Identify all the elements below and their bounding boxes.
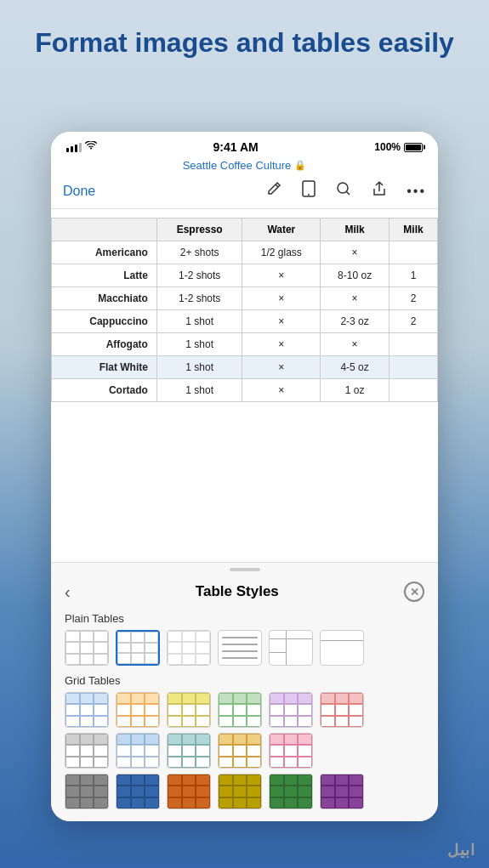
row-milk2-affogato bbox=[389, 333, 437, 356]
row-name-latte: Latte bbox=[52, 264, 157, 287]
status-bar: 9:41 AM 100% bbox=[51, 132, 438, 157]
row-name-cortado: Cortado bbox=[52, 379, 157, 402]
document-title[interactable]: Seattle Coffee Culture 🔒 bbox=[183, 159, 307, 172]
row-milk2-flat-white bbox=[389, 356, 437, 379]
row-milk2-cappuccino: 2 bbox=[389, 310, 437, 333]
row-water-latte: × bbox=[242, 264, 321, 287]
signal-icon bbox=[66, 143, 82, 152]
table-row: Flat White 1 shot × 4-5 oz bbox=[52, 356, 438, 379]
table-row: Cortado 1 shot × 1 oz bbox=[52, 379, 438, 402]
wifi-icon bbox=[85, 141, 97, 153]
table-area: Espresso Water Milk Milk Americano 2+ sh… bbox=[51, 209, 438, 562]
style-swatch-grid-red[interactable] bbox=[320, 692, 364, 728]
phone-view-icon[interactable] bbox=[301, 180, 316, 201]
style-swatch-grid-gold[interactable] bbox=[218, 733, 262, 769]
style-swatch-dark-green[interactable] bbox=[269, 774, 313, 809]
grid-tables-label: Grid Tables bbox=[51, 671, 438, 692]
panel-title: Table Styles bbox=[196, 583, 279, 600]
search-icon[interactable] bbox=[335, 180, 352, 201]
row-milk2-americano bbox=[389, 241, 437, 264]
pencil-icon[interactable] bbox=[265, 180, 282, 201]
style-swatch-t1[interactable] bbox=[269, 630, 313, 666]
toolbar: Done bbox=[51, 175, 438, 209]
page-header-title: Format images and tables easily bbox=[0, 26, 489, 60]
style-swatch-lines[interactable] bbox=[218, 630, 262, 666]
toolbar-icons: ••• bbox=[265, 180, 426, 201]
grid-tables-row-3 bbox=[51, 774, 438, 814]
table-row: Macchiato 1-2 shots × × 2 bbox=[52, 287, 438, 310]
phone-frame: 9:41 AM 100% Seattle Coffee Culture 🔒 Do… bbox=[51, 132, 438, 821]
row-espresso-cortado: 1 shot bbox=[156, 379, 242, 402]
row-water-affogato: × bbox=[242, 333, 321, 356]
style-swatch-grid-purple[interactable] bbox=[269, 692, 313, 728]
plain-tables-label: Plain Tables bbox=[51, 609, 438, 630]
row-water-cappuccino: × bbox=[242, 310, 321, 333]
panel-back-button[interactable]: ‹ bbox=[65, 582, 71, 602]
plain-tables-row bbox=[51, 630, 438, 671]
table-row: Cappuccino 1 shot × 2-3 oz 2 bbox=[52, 310, 438, 333]
row-milk-latte: 8-10 oz bbox=[321, 264, 389, 287]
svg-point-1 bbox=[308, 194, 310, 196]
table-header-empty bbox=[52, 218, 157, 241]
row-milk2-cortado bbox=[389, 379, 437, 402]
style-swatch-plain-1[interactable] bbox=[65, 630, 109, 666]
watermark: ابیل bbox=[447, 841, 475, 859]
row-water-macchiato: × bbox=[242, 287, 321, 310]
status-left bbox=[66, 141, 97, 153]
row-water-americano: 1/2 glass bbox=[242, 241, 321, 264]
style-swatch-grid-green[interactable] bbox=[218, 692, 262, 728]
style-swatch-t2[interactable] bbox=[320, 630, 364, 666]
style-swatch-dark-yellow[interactable] bbox=[218, 774, 262, 809]
style-swatch-grid-pink[interactable] bbox=[269, 733, 313, 769]
style-swatch-grid-gray[interactable] bbox=[65, 733, 109, 769]
row-water-cortado: × bbox=[242, 379, 321, 402]
table-styles-panel: ‹ Table Styles ✕ Plain Tables bbox=[51, 562, 438, 821]
style-swatch-dark-purple[interactable] bbox=[320, 774, 364, 809]
doc-title-bar: Seattle Coffee Culture 🔒 bbox=[51, 157, 438, 175]
row-milk-affogato: × bbox=[321, 333, 389, 356]
style-swatch-grid-yellow[interactable] bbox=[167, 692, 211, 728]
style-swatch-grid-teal[interactable] bbox=[167, 733, 211, 769]
row-milk2-macchiato: 2 bbox=[389, 287, 437, 310]
style-swatch-plain-selected[interactable] bbox=[116, 630, 160, 666]
row-espresso-affogato: 1 shot bbox=[156, 333, 242, 356]
drag-handle bbox=[230, 568, 260, 571]
share-icon[interactable] bbox=[371, 180, 388, 201]
row-espresso-cappuccino: 1 shot bbox=[156, 310, 242, 333]
panel-header: ‹ Table Styles ✕ bbox=[51, 573, 438, 609]
table-header-espresso: Espresso bbox=[156, 218, 242, 241]
document-title-text: Seattle Coffee Culture bbox=[183, 159, 292, 172]
row-name-affogato: Affogato bbox=[52, 333, 157, 356]
row-milk-cortado: 1 oz bbox=[321, 379, 389, 402]
style-swatch-grid-blue2[interactable] bbox=[116, 733, 160, 769]
row-milk2-latte: 1 bbox=[389, 264, 437, 287]
row-name-macchiato: Macchiato bbox=[52, 287, 157, 310]
table-header-milk2: Milk bbox=[389, 218, 437, 241]
grid-tables-row-1 bbox=[51, 692, 438, 733]
status-right: 100% bbox=[374, 141, 423, 153]
style-swatch-grid-blue[interactable] bbox=[65, 692, 109, 728]
row-water-flat-white: × bbox=[242, 356, 321, 379]
more-icon[interactable]: ••• bbox=[407, 184, 426, 199]
style-swatch-plain-3[interactable] bbox=[167, 630, 211, 666]
table-row: Latte 1-2 shots × 8-10 oz 1 bbox=[52, 264, 438, 287]
row-milk-cappuccino: 2-3 oz bbox=[321, 310, 389, 333]
row-espresso-macchiato: 1-2 shots bbox=[156, 287, 242, 310]
style-swatch-grid-orange[interactable] bbox=[116, 692, 160, 728]
row-espresso-latte: 1-2 shots bbox=[156, 264, 242, 287]
style-swatch-dark-orange[interactable] bbox=[167, 774, 211, 809]
coffee-table: Espresso Water Milk Milk Americano 2+ sh… bbox=[51, 218, 438, 402]
row-espresso-flat-white: 1 shot bbox=[156, 356, 242, 379]
battery-percent: 100% bbox=[374, 141, 401, 153]
table-row: Americano 2+ shots 1/2 glass × bbox=[52, 241, 438, 264]
style-swatch-dark-gray[interactable] bbox=[65, 774, 109, 809]
style-swatch-dark-blue[interactable] bbox=[116, 774, 160, 809]
row-milk-macchiato: × bbox=[321, 287, 389, 310]
panel-close-button[interactable]: ✕ bbox=[404, 582, 424, 602]
battery-icon bbox=[404, 143, 423, 152]
document-lock-icon: 🔒 bbox=[294, 160, 306, 171]
done-button[interactable]: Done bbox=[63, 184, 95, 199]
table-header-milk: Milk bbox=[321, 218, 389, 241]
row-name-americano: Americano bbox=[52, 241, 157, 264]
row-milk-flat-white: 4-5 oz bbox=[321, 356, 389, 379]
